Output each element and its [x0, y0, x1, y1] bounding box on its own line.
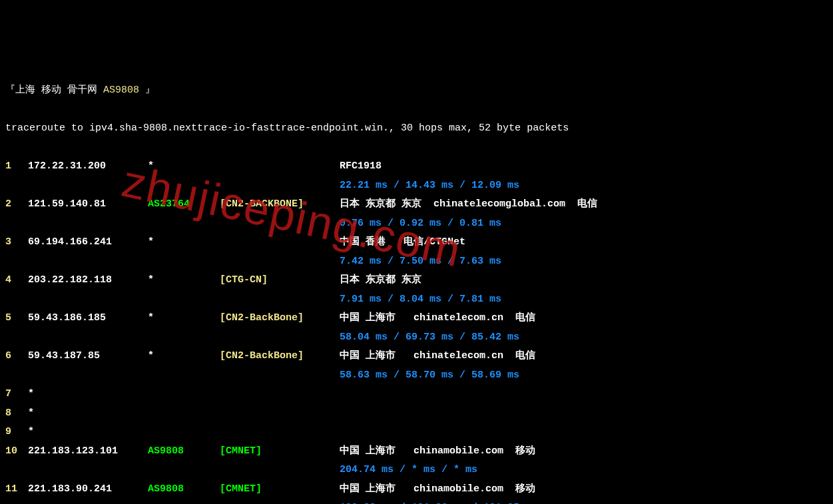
- hop-row: 10221.183.123.101AS9808[CMNET]中国 上海市 chi…: [5, 442, 828, 461]
- hop-timeout-star: *: [28, 407, 34, 419]
- hop-latency: 7.91 ms / 8.04 ms / 7.81 ms: [5, 290, 828, 310]
- hop-latency: 22.21 ms / 14.43 ms / 12.09 ms: [5, 176, 828, 196]
- hop-row: 1172.22.31.200*RFC1918: [5, 157, 828, 176]
- hop-ip: 172.22.31.200: [28, 157, 148, 176]
- hop-row: 659.43.187.85*[CN2-BackBone]中国 上海市 china…: [5, 347, 828, 366]
- hop-number: 7: [5, 385, 28, 404]
- hop-location: 中国 香港 电信/CTGNet: [340, 236, 465, 248]
- hop-number: 1: [5, 157, 28, 176]
- hop-asn: AS23764: [148, 195, 220, 214]
- hop-number: 10: [5, 442, 28, 461]
- hop-network-tag: [CN2-BackBone]: [220, 347, 340, 366]
- hop-row: 9*: [5, 423, 828, 442]
- hop-number: 11: [5, 480, 28, 499]
- hop-number: 4: [5, 271, 28, 290]
- hop-number: 5: [5, 309, 28, 328]
- hop-latency: 0.76 ms / 0.92 ms / 0.81 ms: [5, 214, 828, 234]
- hop-ip: 59.43.186.185: [28, 309, 148, 328]
- hop-network-tag: [CN2-BACKBONE]: [220, 195, 340, 214]
- hop-row: 559.43.186.185*[CN2-BackBone]中国 上海市 chin…: [5, 309, 828, 328]
- hop-latency: 100.88 ms / 101.26 ms / 101.05 ms: [5, 499, 828, 504]
- hop-location: 中国 上海市 chinamobile.com 移动: [340, 445, 535, 457]
- hop-network-tag: [CMNET]: [220, 442, 340, 461]
- hop-row: 7*: [5, 385, 828, 404]
- hop-location: RFC1918: [340, 160, 382, 172]
- hop-ip: 69.194.166.241: [28, 233, 148, 252]
- hop-number: 2: [5, 195, 28, 214]
- hop-number: 9: [5, 423, 28, 442]
- hop-asn: *: [148, 271, 220, 290]
- hop-network-tag: [CMNET]: [220, 480, 340, 499]
- hop-timeout-star: *: [28, 388, 34, 399]
- hop-latency: 204.74 ms / * ms / * ms: [5, 461, 828, 480]
- traceroute-title: 『上海 移动 骨干网 AS9808 』: [5, 81, 828, 101]
- hop-asn: *: [148, 157, 220, 176]
- hop-ip: 121.59.140.81: [28, 195, 148, 214]
- hop-asn: *: [148, 347, 220, 366]
- hop-location: 日本 东京都 东京 chinatelecomglobal.com 电信: [340, 198, 597, 210]
- hop-network-tag: [CTG-CN]: [220, 271, 340, 290]
- hop-location: 中国 上海市 chinatelecom.cn 电信: [340, 350, 535, 362]
- hop-timeout-star: *: [28, 426, 34, 437]
- hop-asn: AS9808: [148, 480, 220, 499]
- hop-location: 中国 上海市 chinatelecom.cn 电信: [340, 312, 535, 324]
- hop-row: 11221.183.90.241AS9808[CMNET]中国 上海市 chin…: [5, 480, 828, 499]
- hop-number: 8: [5, 404, 28, 423]
- hop-latency: 7.42 ms / 7.50 ms / 7.63 ms: [5, 252, 828, 272]
- hop-asn: *: [148, 309, 220, 328]
- hop-latency: 58.04 ms / 69.73 ms / 85.42 ms: [5, 328, 828, 348]
- hop-ip: 59.43.187.85: [28, 347, 148, 366]
- hop-number: 6: [5, 347, 28, 366]
- hop-row: 4203.22.182.118*[CTG-CN]日本 东京都 东京: [5, 271, 828, 290]
- hop-location: 日本 东京都 东京: [340, 274, 421, 286]
- hop-ip: 221.183.90.241: [28, 480, 148, 499]
- hop-row: 2121.59.140.81AS23764[CN2-BACKBONE]日本 东京…: [5, 195, 828, 214]
- hop-network-tag: [CN2-BackBone]: [220, 309, 340, 328]
- hop-number: 3: [5, 233, 28, 252]
- header-asn: AS9808: [103, 85, 139, 96]
- hop-row: 369.194.166.241*中国 香港 电信/CTGNet: [5, 233, 828, 252]
- hop-row: 8*: [5, 404, 828, 423]
- hops-list: 1172.22.31.200*RFC191822.21 ms / 14.43 m…: [5, 157, 828, 504]
- hop-latency: 58.63 ms / 58.70 ms / 58.69 ms: [5, 366, 828, 385]
- hop-asn: *: [148, 233, 220, 252]
- hop-ip: 221.183.123.101: [28, 442, 148, 461]
- traceroute-command: traceroute to ipv4.sha-9808.nexttrace-io…: [5, 119, 828, 138]
- hop-asn: AS9808: [148, 442, 220, 461]
- hop-ip: 203.22.182.118: [28, 271, 148, 290]
- hop-location: 中国 上海市 chinamobile.com 移动: [340, 483, 535, 495]
